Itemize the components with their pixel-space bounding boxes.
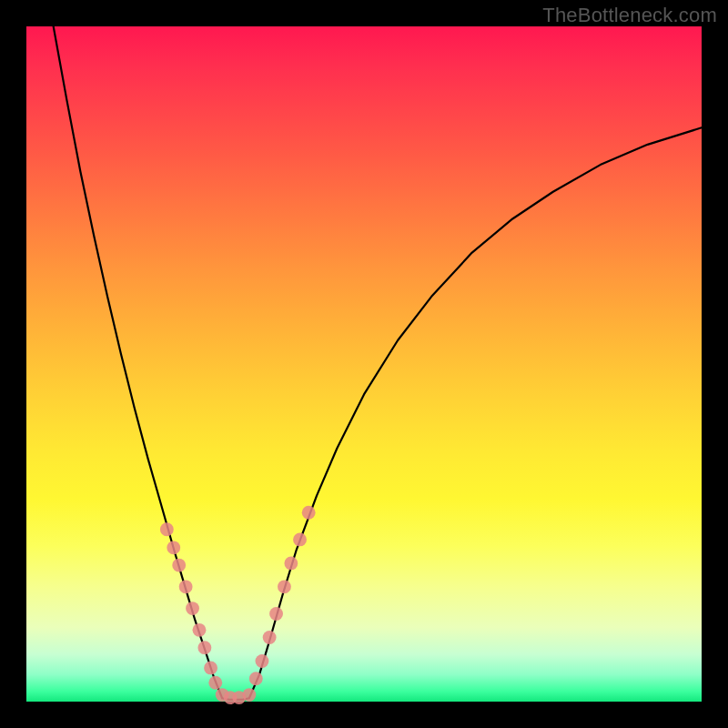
marker-dot [186, 602, 199, 615]
chart-container: TheBottleneck.com [0, 0, 728, 728]
marker-dot [204, 661, 217, 674]
marker-dot [302, 506, 316, 520]
bottleneck-curve [54, 26, 702, 700]
marker-dot [249, 672, 263, 685]
marker-dot [193, 623, 207, 637]
plot-area [26, 26, 702, 702]
marker-dot [208, 676, 222, 690]
curve-paths [54, 26, 702, 700]
marker-dot [293, 533, 307, 547]
marker-dot [160, 522, 174, 536]
marker-dot [263, 631, 277, 644]
marker-dot [269, 607, 283, 621]
marker-dot [242, 688, 256, 702]
marker-dot [256, 654, 269, 668]
marker-dot [167, 541, 180, 554]
marker-dot [179, 580, 193, 593]
marker-dot [172, 559, 186, 572]
marker-dot [278, 580, 291, 593]
marker-dot [197, 641, 211, 654]
curve-layer [26, 26, 702, 702]
marker-dots [160, 506, 316, 704]
watermark-text: TheBottleneck.com [542, 4, 717, 27]
marker-dot [284, 556, 298, 570]
